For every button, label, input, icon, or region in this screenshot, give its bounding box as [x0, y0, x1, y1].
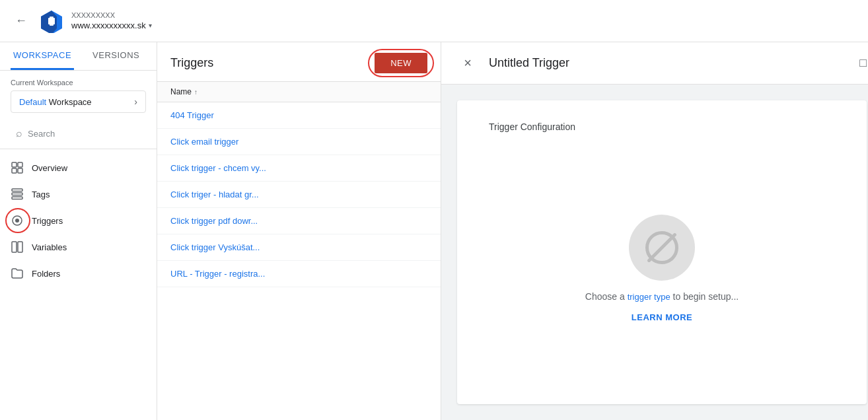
trigger-link[interactable]: Click trigger - chcem vy... — [170, 163, 266, 173]
tab-workspace[interactable]: WORKSPACE — [11, 42, 74, 70]
trigger-link[interactable]: Click trigger pdf dowr... — [170, 216, 258, 226]
sidebar-item-label-variables: Variables — [32, 242, 67, 252]
config-card: Trigger Configuration Choose a trigger t… — [457, 100, 867, 404]
workspace-name-default: Default — [19, 97, 46, 107]
svg-rect-10 — [12, 197, 22, 199]
svg-rect-14 — [18, 242, 22, 252]
tags-icon — [11, 188, 24, 201]
account-dropdown-arrow: ▾ — [149, 22, 152, 29]
config-description-prefix: Choose a — [585, 291, 628, 302]
close-button[interactable]: × — [457, 53, 478, 74]
svg-point-12 — [15, 219, 19, 223]
overview-icon — [11, 161, 24, 174]
table-row[interactable]: Click trigger Vyskúšat... — [157, 234, 441, 261]
svg-rect-7 — [18, 168, 22, 173]
variables-icon — [11, 240, 24, 254]
table-row[interactable]: URL - Trigger - registra... — [157, 261, 441, 287]
triggers-panel: Triggers NEW Name ↑ 404 Trigger Cl — [157, 42, 441, 420]
config-card-title: Trigger Configuration — [489, 122, 575, 132]
back-arrow-icon: ← — [15, 14, 27, 28]
triggers-icon — [11, 214, 24, 227]
trigger-link[interactable]: Click triger - hladat gr... — [170, 190, 259, 199]
learn-more-button[interactable]: LEARN MORE — [632, 312, 692, 322]
trigger-link[interactable]: Click email trigger — [170, 137, 238, 147]
search-input[interactable] — [28, 129, 141, 139]
dialog-body: Trigger Configuration Choose a trigger t… — [441, 85, 868, 420]
sidebar: WORKSPACE VERSIONS ADMIN Current Workspa… — [0, 42, 157, 420]
dialog-title: Untitled Trigger — [489, 56, 849, 70]
sidebar-item-label-triggers: Triggers — [32, 216, 63, 226]
account-url-text: www.xxxxxxxxxx.sk — [71, 20, 146, 30]
new-btn-container: NEW — [375, 53, 427, 73]
top-header: ← XXXXXXXXX www.xxxxxxxxxx.sk ▾ — [0, 0, 868, 42]
table-row[interactable]: Click trigger - chcem vy... — [157, 155, 441, 182]
sidebar-item-triggers[interactable]: Triggers — [0, 207, 157, 234]
table-row[interactable]: 404 Trigger — [157, 102, 441, 129]
account-name: XXXXXXXXX — [71, 11, 152, 19]
config-placeholder: Choose a trigger type to begin setup... … — [489, 153, 835, 383]
tabs-bar: WORKSPACE VERSIONS ADMIN — [0, 42, 157, 71]
triggers-table: Name ↑ 404 Trigger Click email trigger C… — [157, 82, 441, 420]
config-description-suffix: to begin setup... — [670, 291, 739, 302]
sidebar-item-variables[interactable]: Variables — [0, 234, 157, 260]
config-description: Choose a trigger type to begin setup... — [585, 291, 739, 302]
sidebar-item-tags[interactable]: Tags — [0, 181, 157, 207]
workspace-section: Current Workspace Default Workspace › — [0, 71, 157, 118]
table-header: Name ↑ — [157, 82, 441, 102]
triggers-header: Triggers NEW — [157, 42, 441, 82]
gtm-logo-svg — [40, 9, 63, 33]
account-info: XXXXXXXXX www.xxxxxxxxxx.sk ▾ — [71, 11, 152, 30]
svg-rect-9 — [12, 193, 22, 195]
workspace-name-rest: Workspace — [46, 97, 91, 107]
account-url[interactable]: www.xxxxxxxxxx.sk ▾ — [71, 20, 152, 30]
workspace-selector[interactable]: Default Workspace › — [11, 90, 146, 113]
gtm-logo — [40, 9, 63, 33]
chevron-right-icon: › — [134, 96, 137, 107]
col-name-label: Name — [170, 87, 192, 96]
nav-items: Overview Tags — [0, 149, 157, 292]
workspace-name: Default Workspace — [19, 97, 92, 107]
col-name-header: Name ↑ — [170, 87, 198, 96]
search-section: ⌕ — [0, 118, 157, 149]
svg-rect-3 — [50, 17, 54, 26]
sidebar-item-label-overview: Overview — [32, 163, 67, 173]
trigger-type-link[interactable]: trigger type — [628, 292, 670, 302]
svg-rect-4 — [12, 162, 17, 167]
folders-icon — [11, 267, 24, 280]
table-row[interactable]: Click email trigger — [157, 129, 441, 155]
svg-rect-5 — [18, 162, 22, 167]
placeholder-circle — [629, 215, 695, 281]
svg-rect-8 — [12, 189, 22, 192]
search-icon: ⌕ — [16, 127, 22, 139]
dialog-header: × Untitled Trigger □ — [441, 42, 868, 85]
sidebar-item-label-tags: Tags — [32, 190, 50, 199]
tab-versions[interactable]: VERSIONS — [90, 42, 142, 70]
search-box: ⌕ — [11, 123, 146, 143]
new-trigger-button[interactable]: NEW — [375, 53, 427, 73]
trigger-link[interactable]: 404 Trigger — [170, 110, 214, 120]
back-button[interactable]: ← — [11, 11, 32, 32]
sidebar-item-folders[interactable]: Folders — [0, 260, 157, 287]
folder-icon[interactable]: □ — [859, 56, 867, 70]
svg-rect-6 — [12, 168, 17, 173]
placeholder-no-trigger-icon — [645, 231, 678, 264]
trigger-link[interactable]: Click trigger Vyskúšat... — [170, 242, 260, 252]
content-area: Triggers NEW Name ↑ 404 Trigger Cl — [157, 42, 868, 420]
trigger-link[interactable]: URL - Trigger - registra... — [170, 269, 265, 279]
triggers-title: Triggers — [170, 56, 213, 70]
current-workspace-label: Current Workspace — [11, 79, 146, 87]
sidebar-item-overview[interactable]: Overview — [0, 155, 157, 181]
sidebar-item-label-folders: Folders — [32, 269, 60, 279]
table-row[interactable]: Click trigger pdf dowr... — [157, 208, 441, 234]
table-row[interactable]: Click triger - hladat gr... — [157, 182, 441, 208]
svg-rect-13 — [12, 242, 17, 252]
right-panel: × Untitled Trigger □ Trigger Configurati… — [441, 42, 868, 420]
main-layout: WORKSPACE VERSIONS ADMIN Current Workspa… — [0, 42, 868, 420]
sort-arrow-icon: ↑ — [194, 88, 198, 96]
